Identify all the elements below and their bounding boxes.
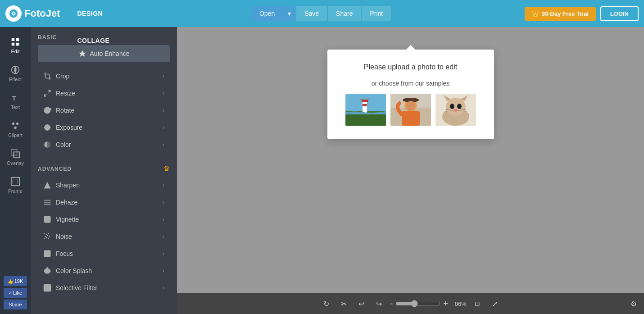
canvas-area: Please upload a photo to edit or choose … <box>177 27 644 314</box>
topbar-actions: Open ▾ Save Share Print <box>118 6 524 21</box>
resize-icon <box>43 89 51 97</box>
menu-item-vignette[interactable]: Vignette › <box>38 211 170 228</box>
menu-item-resize[interactable]: Resize › <box>38 85 170 102</box>
dehaze-arrow: › <box>163 199 164 205</box>
cut-button[interactable]: ✂ <box>337 298 350 310</box>
svg-point-66 <box>458 105 460 108</box>
noise-arrow: › <box>163 233 164 240</box>
selective-filter-arrow: › <box>163 285 164 291</box>
sidebar-item-label: Edit <box>11 49 20 54</box>
menu-item-selective-filter[interactable]: Selective Filter › <box>38 279 170 296</box>
svg-point-2 <box>13 13 14 14</box>
menu-item-color[interactable]: Color › <box>38 136 170 153</box>
zoom-slider[interactable] <box>395 300 440 307</box>
open-button[interactable]: Open <box>251 6 283 21</box>
svg-point-57 <box>406 101 415 111</box>
menu-item-color-splash[interactable]: Color Splash › <box>38 262 170 279</box>
sample-landscape[interactable] <box>345 94 386 126</box>
crop-arrow: › <box>163 73 164 79</box>
sharpen-icon <box>43 181 51 189</box>
svg-rect-41 <box>46 252 49 255</box>
upload-title: Please upload a photo to edit <box>345 63 476 71</box>
svg-rect-5 <box>12 43 14 46</box>
vignette-icon <box>43 215 51 223</box>
undo-button[interactable]: ↩ <box>355 298 368 310</box>
divider-line <box>345 74 476 74</box>
canvas-main: Please upload a photo to edit or choose … <box>177 27 644 293</box>
zoom-out-button[interactable]: - <box>390 299 393 309</box>
zoom-in-button[interactable]: + <box>443 299 448 309</box>
svg-point-19 <box>45 125 50 130</box>
rotate-icon <box>43 106 51 114</box>
svg-point-67 <box>454 109 458 112</box>
sidebar-item-label: Effect <box>9 77 22 82</box>
rotate-arrow: › <box>163 107 164 114</box>
cat-scene <box>435 94 476 126</box>
share-social-button[interactable]: Share <box>4 300 27 309</box>
sidebar-item-clipart[interactable]: Clipart <box>0 115 31 143</box>
sidebar-item-edit[interactable]: Edit <box>0 32 31 59</box>
upload-dialog: Please upload a photo to edit or choose … <box>327 50 494 139</box>
crop-icon <box>43 72 51 80</box>
topbar-right: 👑 30-Day Free Trial LOGIN <box>525 6 639 21</box>
svg-text:T: T <box>12 95 16 102</box>
svg-rect-3 <box>12 38 14 41</box>
save-button[interactable]: Save <box>296 6 327 21</box>
svg-rect-6 <box>16 43 19 46</box>
exposure-arrow: › <box>163 124 164 131</box>
menu-item-focus[interactable]: Focus › <box>38 245 170 262</box>
sidebar-item-effect[interactable]: Effect <box>0 59 31 87</box>
svg-rect-34 <box>45 236 46 237</box>
menu-item-sharpen[interactable]: Sharpen › <box>38 177 170 194</box>
menu-item-dehaze[interactable]: Dehaze › <box>38 194 170 211</box>
menu-item-exposure[interactable]: Exposure › <box>38 119 170 136</box>
open-dropdown-button[interactable]: ▾ <box>283 6 295 21</box>
exposure-icon <box>43 123 51 132</box>
menu-item-crop[interactable]: Crop › <box>38 68 170 85</box>
text-icon: T <box>10 93 20 103</box>
menu-item-noise[interactable]: Noise › <box>38 228 170 245</box>
clipart-icon <box>10 121 20 131</box>
sidebar-item-overlay[interactable]: Overlay <box>0 143 31 171</box>
open-button-group: Open ▾ <box>251 6 295 21</box>
trial-button[interactable]: 👑 30-Day Free Trial <box>525 7 596 21</box>
resize-arrow: › <box>163 90 164 96</box>
focus-icon <box>43 250 51 258</box>
selective-filter-icon <box>43 284 51 292</box>
sample-person[interactable] <box>390 94 431 126</box>
sample-images <box>345 94 476 126</box>
crown-icon: ♛ <box>163 164 170 173</box>
svg-rect-32 <box>46 234 47 235</box>
sample-cat[interactable] <box>435 94 476 126</box>
dehaze-icon <box>43 198 51 206</box>
login-button[interactable]: LOGIN <box>600 6 639 21</box>
edit-panel: BASIC Auto Enhance Crop › <box>31 27 177 314</box>
logo-icon <box>5 5 22 22</box>
share-button[interactable]: Share <box>328 6 361 21</box>
refresh-button[interactable]: ↻ <box>320 298 333 310</box>
sidebar-item-frame[interactable]: Frame <box>0 171 31 199</box>
sharpen-arrow: › <box>163 182 164 188</box>
zoom-control: - + 86% <box>390 299 467 309</box>
redo-button[interactable]: ↪ <box>372 298 385 310</box>
main-content: Edit Effect T Text Clipart <box>0 27 644 314</box>
nav-design[interactable]: DESIGN <box>69 0 118 27</box>
edit-icon <box>10 37 20 47</box>
svg-rect-56 <box>402 111 420 126</box>
svg-rect-33 <box>48 233 49 234</box>
print-button[interactable]: Print <box>362 6 391 21</box>
ratio-button[interactable]: ⊡ <box>471 298 484 309</box>
sidebar-item-text[interactable]: T Text <box>0 87 31 115</box>
svg-rect-38 <box>46 237 47 238</box>
svg-point-30 <box>45 218 50 222</box>
menu-item-rotate[interactable]: Rotate › <box>38 102 170 119</box>
settings-button[interactable]: ⚙ <box>630 300 637 308</box>
like-button[interactable]: ✓ Like <box>4 288 27 298</box>
person-scene <box>390 94 431 126</box>
zoom-value: 86% <box>451 300 467 307</box>
color-splash-icon <box>43 267 51 275</box>
fullscreen-button[interactable]: ⤢ <box>488 298 501 310</box>
sidebar-item-label: Text <box>11 105 20 110</box>
svg-point-11 <box>14 127 17 129</box>
nav-collage[interactable]: COLLAGE <box>69 27 118 54</box>
